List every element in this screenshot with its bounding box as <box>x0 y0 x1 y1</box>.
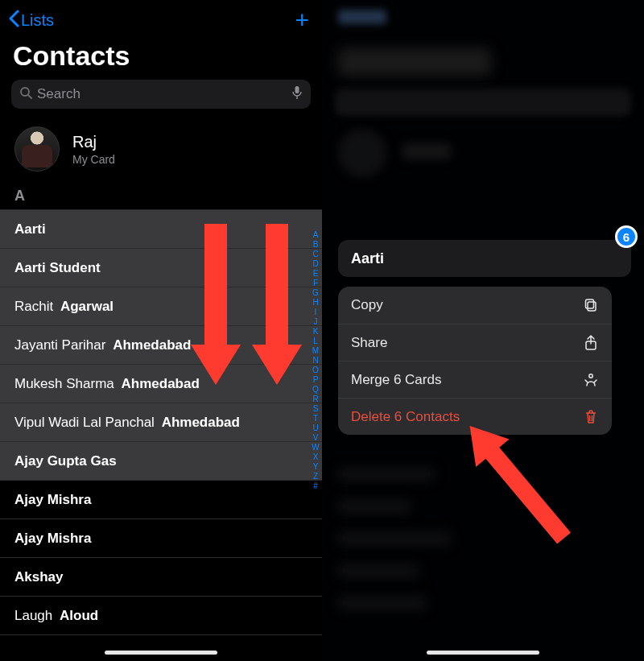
contact-last: Aarti <box>14 221 46 238</box>
svg-point-7 <box>589 374 592 377</box>
alpha-letter[interactable]: N <box>311 356 320 366</box>
alpha-letter[interactable]: A <box>311 230 320 240</box>
blurred-search <box>335 89 631 116</box>
menu-item-label: Merge 6 Cards <box>351 372 441 388</box>
blurred-name <box>402 143 451 159</box>
svg-line-1 <box>28 95 31 98</box>
alpha-letter[interactable]: D <box>311 259 320 269</box>
copy-icon <box>583 298 599 312</box>
home-indicator[interactable] <box>427 651 539 655</box>
home-indicator[interactable] <box>105 651 217 655</box>
alpha-letter[interactable]: L <box>311 337 320 346</box>
contact-first: Laugh <box>14 608 52 624</box>
alpha-index[interactable]: ABCDEFGHIJKLMNOPQRSTUVWXYZ# <box>311 230 320 491</box>
my-card-name: Raj <box>72 133 115 151</box>
trash-icon <box>583 410 599 424</box>
contact-last: Aarti Student <box>14 260 101 276</box>
menu-item-merge[interactable]: Merge 6 Cards <box>338 361 612 398</box>
alpha-letter[interactable]: K <box>311 327 320 337</box>
back-label: Lists <box>21 11 54 30</box>
contact-first: Jayanti Parihar <box>14 337 105 353</box>
alpha-letter[interactable]: F <box>311 279 320 288</box>
share-icon <box>583 335 599 351</box>
alpha-letter[interactable]: X <box>311 452 320 462</box>
blurred-row <box>338 467 435 481</box>
alpha-letter[interactable]: T <box>311 414 320 423</box>
alpha-letter[interactable]: B <box>311 240 320 250</box>
menu-item-label: Copy <box>351 297 383 313</box>
my-card-subtitle: My Card <box>72 153 115 166</box>
alpha-letter[interactable]: S <box>311 404 320 414</box>
contact-last: Aloud <box>60 608 98 624</box>
my-card[interactable]: Raj My Card <box>0 122 322 184</box>
section-header: A <box>0 184 322 210</box>
preview-card[interactable]: Aarti <box>338 240 631 277</box>
blurred-back <box>338 10 386 24</box>
blurred-row <box>338 499 411 514</box>
blurred-avatar <box>338 129 386 177</box>
mic-icon[interactable] <box>291 85 303 103</box>
contact-last: Agarwal <box>60 299 114 315</box>
selection-count-badge: 6 <box>615 225 638 248</box>
alpha-letter[interactable]: E <box>311 269 320 279</box>
menu-item-copy[interactable]: Copy <box>338 287 612 324</box>
search-field[interactable] <box>11 80 311 109</box>
alpha-letter[interactable]: H <box>311 298 320 308</box>
alpha-letter[interactable]: U <box>311 423 320 433</box>
contact-row[interactable]: Ajay Gupta Gas <box>0 442 322 481</box>
contact-row[interactable]: Ajay Mishra <box>0 519 322 558</box>
merge-icon <box>583 373 599 387</box>
svg-rect-4 <box>588 302 596 311</box>
svg-rect-2 <box>295 86 299 93</box>
avatar <box>14 126 60 171</box>
contact-last: Ahmedabad <box>113 337 191 353</box>
search-icon <box>19 86 32 102</box>
blurred-row <box>338 564 419 578</box>
contact-last: Ajay Mishra <box>14 531 91 547</box>
contacts-screen-right: 6 Aarti Copy Share Merge 6 Cards <box>322 0 644 661</box>
alpha-letter[interactable]: O <box>311 366 320 375</box>
context-menu: Copy Share Merge 6 Cards Delete 6 Contac… <box>338 287 612 435</box>
alpha-letter[interactable]: Y <box>311 462 320 472</box>
contact-last: Ahmedabad <box>122 376 200 392</box>
contact-first: Rachit <box>14 299 53 315</box>
add-contact-button[interactable]: + <box>295 12 309 28</box>
contact-first: Vipul Wadi Lal Panchal <box>14 415 155 431</box>
menu-item-label: Share <box>351 335 387 351</box>
alpha-letter[interactable]: M <box>311 346 320 356</box>
contact-last: Ahmedabad <box>162 415 240 431</box>
contact-row[interactable]: Ajay Mishra <box>0 481 322 519</box>
menu-item-label: Delete 6 Contacts <box>351 409 460 425</box>
alpha-letter[interactable]: Q <box>311 385 320 395</box>
contact-last: Ajay Mishra <box>14 492 91 508</box>
alpha-letter[interactable]: I <box>311 308 320 317</box>
chevron-left-icon <box>8 10 19 31</box>
contact-row[interactable]: Akshay <box>0 558 322 597</box>
alpha-letter[interactable]: G <box>311 288 320 298</box>
alpha-letter[interactable]: J <box>311 317 320 327</box>
alpha-letter[interactable]: R <box>311 395 320 404</box>
preview-card-title: Aarti <box>351 250 384 267</box>
back-button[interactable]: Lists <box>8 10 54 31</box>
blurred-row <box>338 596 427 610</box>
search-input[interactable] <box>37 86 291 102</box>
contact-last: Ajay Gupta Gas <box>14 453 117 469</box>
contact-row[interactable]: Laugh Aloud <box>0 597 322 635</box>
blurred-row <box>338 531 451 546</box>
page-title: Contacts <box>0 35 322 80</box>
blurred-title <box>338 48 491 76</box>
alpha-letter[interactable]: # <box>311 481 320 491</box>
svg-rect-5 <box>586 300 594 308</box>
alpha-letter[interactable]: W <box>311 443 320 452</box>
alpha-letter[interactable]: Z <box>311 472 320 481</box>
alpha-letter[interactable]: P <box>311 375 320 385</box>
alpha-letter[interactable]: V <box>311 433 320 443</box>
alpha-letter[interactable]: C <box>311 250 320 259</box>
contact-first: Mukesh Sharma <box>14 376 114 392</box>
navbar: Lists + <box>0 0 322 35</box>
contact-last: Akshay <box>14 569 63 585</box>
contact-row[interactable]: Vipul Wadi Lal Panchal Ahmedabad <box>0 403 322 442</box>
menu-item-share[interactable]: Share <box>338 324 612 361</box>
